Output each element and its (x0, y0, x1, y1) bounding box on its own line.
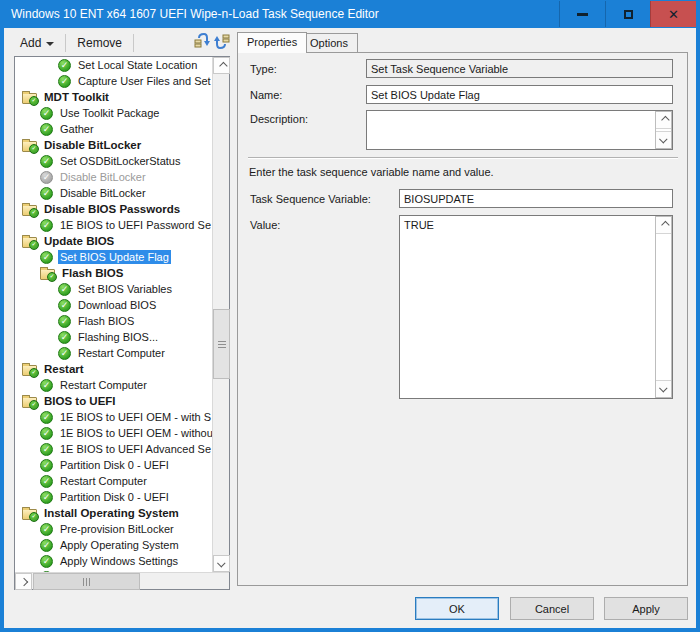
move-step-up-button[interactable] (194, 33, 210, 49)
tree-item[interactable]: ✓Set BIOS Variables (15, 281, 212, 297)
task-sequence-tree: ✓Set Local State Location✓Capture User F… (14, 56, 230, 590)
move-step-down-button[interactable] (214, 33, 230, 49)
chevron-right-icon (19, 577, 27, 585)
tree-item[interactable]: ✓Pre-provision BitLocker (15, 521, 212, 537)
check-icon: ✓ (40, 427, 53, 440)
tree-item[interactable]: ✓Apply Windows Settings (15, 553, 212, 569)
tree-item[interactable]: ✓Partition Disk 0 - UEFI (15, 457, 212, 473)
tree-item-label: Capture User Files and Set (76, 74, 212, 88)
scroll-down-button[interactable] (656, 131, 671, 148)
tree-item-label: Flash BIOS (60, 266, 125, 280)
check-icon: ✓ (40, 443, 53, 456)
apply-button[interactable]: Apply (604, 597, 688, 620)
scroll-grip (218, 341, 226, 348)
vertical-scroll-thumb[interactable] (213, 309, 230, 379)
tree-item[interactable]: Update BIOS (15, 233, 212, 249)
description-scrollbar[interactable] (655, 111, 672, 149)
tree-item[interactable]: ✓Capture User Files and Set (15, 73, 212, 89)
check-icon: ✓ (58, 75, 71, 88)
tree-item-label: Pre-provision BitLocker (58, 522, 176, 536)
tab-options-label: Options (310, 37, 348, 49)
tree-item-label: Partition Disk 0 - UEFI (58, 458, 171, 472)
tree-item[interactable]: ✓Set BIOS Update Flag (15, 249, 212, 265)
value-scrollbar[interactable] (655, 216, 672, 398)
folder-icon (22, 397, 37, 408)
tree-item[interactable]: ✓1E BIOS to UEFI Password Se (15, 217, 212, 233)
chevron-up-icon (661, 116, 669, 124)
scroll-right-button[interactable] (15, 573, 32, 590)
folder-icon (22, 205, 37, 216)
task-sequence-variable-field[interactable] (399, 189, 673, 208)
scroll-up-button[interactable] (656, 112, 671, 129)
remove-button[interactable]: Remove (69, 34, 130, 52)
name-label: Name: (250, 89, 282, 101)
cancel-button[interactable]: Cancel (510, 597, 594, 620)
tree-item[interactable]: ✓Set Local State Location (15, 57, 212, 73)
tree-item[interactable]: ✓Restart Computer (15, 377, 212, 393)
tree-item[interactable]: ✓Disable BitLocker (15, 185, 212, 201)
tree-item[interactable]: ✓Partition Disk 0 - UEFI (15, 489, 212, 505)
tree-item-label: BIOS to UEFI (42, 394, 118, 408)
tree-item[interactable]: ✓1E BIOS to UEFI OEM - with S (15, 409, 212, 425)
titlebar[interactable]: Windows 10 ENT x64 1607 UEFI Wipe-n-Load… (0, 0, 700, 28)
tree-item-label: Gather (58, 122, 96, 136)
tree-item[interactable]: ✓Disable BitLocker (15, 169, 212, 185)
tab-options[interactable]: Options (300, 33, 358, 52)
tree-item[interactable]: ✓Apply Operating System (15, 537, 212, 553)
tree-item-label: Flash BIOS (76, 314, 136, 328)
tree-item[interactable]: ✓Restart Computer (15, 473, 212, 489)
description-field[interactable] (366, 110, 673, 150)
close-button[interactable]: ✕ (650, 1, 696, 27)
tree-item[interactable]: ✓Download BIOS (15, 297, 212, 313)
tree-item[interactable]: ✓Gather (15, 121, 212, 137)
tree-item[interactable]: BIOS to UEFI (15, 393, 212, 409)
tree-item[interactable]: MDT Toolkit (15, 89, 212, 105)
tree-item[interactable]: Restart (15, 361, 212, 377)
tree-item[interactable]: ✓Use Toolkit Package (15, 105, 212, 121)
scroll-up-button[interactable] (213, 57, 230, 74)
value-field[interactable]: TRUE (399, 215, 673, 399)
tree-item[interactable]: ✓Flash BIOS (15, 313, 212, 329)
check-icon: ✓ (40, 187, 53, 200)
tree-item[interactable]: ✓Set OSDBitLockerStatus (15, 153, 212, 169)
tree-vertical-scrollbar[interactable] (212, 57, 229, 572)
check-icon: ✓ (40, 411, 53, 424)
tree-horizontal-scrollbar[interactable] (15, 572, 229, 589)
scroll-down-button[interactable] (656, 380, 671, 397)
variable-label: Task Sequence Variable: (250, 193, 371, 205)
tree-item[interactable]: ✓1E BIOS to UEFI OEM - withou (15, 425, 212, 441)
tree-item[interactable]: ✓1E BIOS to UEFI Advanced Se (15, 441, 212, 457)
tree-item-label: Set Local State Location (76, 58, 199, 72)
tree-item[interactable]: Flash BIOS (15, 265, 212, 281)
tree-item[interactable]: ✓Flashing BIOS... (15, 329, 212, 345)
tree-item-label: Disable BitLocker (42, 138, 143, 152)
check-icon: ✓ (40, 539, 53, 552)
scroll-grip (83, 578, 90, 586)
horizontal-scroll-thumb[interactable] (33, 573, 140, 590)
scroll-up-button[interactable] (656, 217, 671, 234)
task-sequence-editor-window: Windows 10 ENT x64 1607 UEFI Wipe-n-Load… (0, 0, 700, 632)
tree-item-label: Disable BitLocker (58, 170, 148, 184)
check-icon: ✓ (40, 459, 53, 472)
type-field (366, 59, 673, 78)
check-icon: ✓ (40, 123, 53, 136)
check-icon: ✓ (40, 251, 53, 264)
tab-properties-label: Properties (247, 36, 297, 48)
scroll-down-button[interactable] (213, 555, 230, 572)
tree-item[interactable]: Disable BIOS Passwords (15, 201, 212, 217)
toolbar-separator (133, 34, 134, 52)
check-icon: ✓ (58, 315, 71, 328)
tree-item-label: Apply Windows Settings (58, 554, 180, 568)
tree-item[interactable]: Install Operating System (15, 505, 212, 521)
maximize-button[interactable] (605, 1, 650, 27)
tab-properties[interactable]: Properties (237, 32, 307, 53)
name-field[interactable] (366, 85, 673, 104)
tree-item[interactable]: Disable BitLocker (15, 137, 212, 153)
tree-item[interactable]: ✓Restart Computer (15, 345, 212, 361)
tree-item-label: Restart (42, 362, 86, 376)
add-button[interactable]: Add (12, 34, 62, 52)
tree-item-label: 1E BIOS to UEFI OEM - with S (58, 410, 212, 424)
reorder-buttons (194, 33, 230, 49)
ok-button[interactable]: OK (415, 597, 499, 620)
minimize-button[interactable] (559, 1, 604, 27)
